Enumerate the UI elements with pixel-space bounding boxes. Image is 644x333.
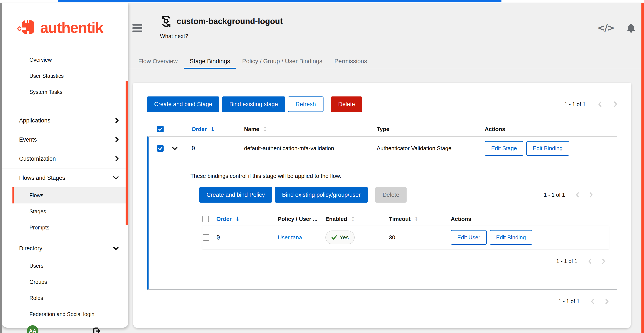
chevron-down-icon: [113, 176, 119, 180]
select-all-policies-checkbox[interactable]: [202, 216, 209, 222]
policy-toolbar: Create and bind Policy Bind existing pol…: [199, 187, 604, 203]
stage-toolbar: Create and bind Stage Bind existing stag…: [147, 97, 618, 112]
sidebar-item-groups[interactable]: Groups: [2, 274, 128, 290]
row-checkbox[interactable]: [203, 234, 209, 241]
sidebar-group-directory-toggle[interactable]: Directory: [2, 239, 128, 258]
window-top-strip: [0, 0, 644, 3]
edit-binding-button[interactable]: Edit Binding: [526, 141, 569, 156]
page-subtitle: What next?: [160, 33, 188, 40]
sidebar-group-applications-toggle[interactable]: Applications: [2, 111, 128, 130]
delete-stage-button[interactable]: Delete: [331, 97, 362, 112]
edit-stage-button[interactable]: Edit Stage: [485, 141, 523, 156]
sidebar-group-events-toggle[interactable]: Events: [2, 130, 128, 149]
sort-icon: ↕: [263, 126, 268, 132]
sidebar-group-directory: Directory Users Groups Roles Federation …: [2, 239, 128, 325]
pagination-label: 1 - 1 of 1: [558, 298, 580, 304]
sidebar-toggle-button[interactable]: [132, 24, 142, 32]
page-header: custom-background-logout What next? </>: [128, 3, 642, 54]
policy-order-value: 0: [216, 234, 278, 241]
pagination-label: 1 - 1 of 1: [556, 258, 578, 264]
sidebar-group-customization-toggle[interactable]: Customization: [2, 149, 128, 168]
sidebar-group-flows-and-stages-toggle[interactable]: Flows and Stages: [2, 168, 128, 187]
stage-bindings-card: Create and bind Stage Bind existing stag…: [133, 83, 631, 328]
sidebar-scrollbar-thumb[interactable]: [126, 81, 128, 225]
delete-policy-button[interactable]: Delete: [375, 187, 406, 203]
sidebar-item-flows[interactable]: Flows: [12, 187, 128, 203]
refresh-button[interactable]: Refresh: [288, 97, 324, 112]
column-actions: Actions: [451, 216, 609, 222]
pagination-label: 1 - 1 of 1: [544, 192, 565, 198]
pagination-next-button[interactable]: [590, 192, 593, 198]
sidebar-item-overview[interactable]: Overview: [2, 52, 128, 68]
stage-binding-expansion: These bindings control if this stage wil…: [148, 160, 618, 289]
avatar[interactable]: AA: [27, 325, 38, 333]
column-order[interactable]: Order↓: [192, 126, 244, 133]
row-expand-toggle[interactable]: [172, 147, 192, 150]
flow-icon: [160, 15, 172, 28]
create-and-bind-stage-button[interactable]: Create and bind Stage: [147, 97, 220, 112]
stage-type-value: Authenticator Validation Stage: [377, 145, 485, 152]
notification-bell-icon[interactable]: [626, 23, 636, 33]
brand-name: authentik: [40, 20, 103, 35]
authentik-key-icon: [18, 20, 38, 36]
sidebar-item-federation[interactable]: Federation and Social login: [2, 306, 128, 322]
sidebar-group-flows-and-stages: Flows and Stages Flows Stages Prompts: [2, 168, 128, 239]
logout-button[interactable]: [92, 326, 101, 333]
right-scrollbar[interactable]: [642, 3, 644, 333]
check-icon: [158, 127, 162, 131]
sidebar-item-stages[interactable]: Stages: [2, 203, 128, 220]
tab-permissions[interactable]: Permissions: [328, 54, 373, 69]
timeout-value: 30: [389, 234, 451, 241]
pagination-next-button[interactable]: [602, 258, 605, 264]
column-timeout[interactable]: Timeout↕: [389, 216, 451, 222]
selected-stage-binding: 0 default-authentication-mfa-validation …: [147, 136, 618, 290]
pagination-prev-button[interactable]: [598, 101, 602, 107]
sidebar-group-applications: Applications: [2, 111, 128, 130]
edit-user-button[interactable]: Edit User: [451, 230, 487, 245]
stage-name-value: default-authentication-mfa-validation: [244, 145, 377, 152]
sidebar-item-users[interactable]: Users: [2, 258, 128, 274]
pagination-prev-button[interactable]: [588, 258, 592, 264]
tab-policy-group-user-bindings[interactable]: Policy / Group / User Bindings: [236, 54, 328, 69]
tab-bar: Flow Overview Stage Bindings Policy / Gr…: [128, 54, 642, 69]
stage-order-value: 0: [192, 145, 244, 152]
sidebar-group-customization: Customization: [2, 149, 128, 168]
pagination-next-button[interactable]: [605, 298, 609, 304]
policy-bindings-table: Order↓ Policy / User ... Enabled↕ Timeou…: [202, 212, 609, 264]
bind-existing-stage-button[interactable]: Bind existing stage: [222, 97, 285, 112]
column-order[interactable]: Order↓: [216, 215, 278, 223]
pagination-next-button[interactable]: [614, 101, 618, 107]
sidebar-item-prompts[interactable]: Prompts: [2, 220, 128, 236]
bind-existing-policy-button[interactable]: Bind existing policy/group/user: [275, 187, 368, 203]
edit-binding-button[interactable]: Edit Binding: [490, 230, 532, 245]
sidebar-item-roles[interactable]: Roles: [2, 290, 128, 306]
sidebar-item-system-tasks[interactable]: System Tasks: [2, 84, 128, 100]
sidebar: authentik Overview User Statistics Syste…: [2, 3, 128, 328]
create-and-bind-policy-button[interactable]: Create and bind Policy: [199, 187, 272, 203]
chevron-left-icon: [588, 258, 592, 264]
column-policy-user: Policy / User ...: [278, 216, 326, 222]
pagination-prev-button[interactable]: [576, 192, 579, 198]
chevron-down-icon: [172, 147, 178, 150]
column-name[interactable]: Name↕: [244, 126, 377, 133]
pagination-prev-button[interactable]: [591, 298, 594, 304]
policy-binding-row[interactable]: 0 User tana Yes 30 Edit User Edit Bindin…: [202, 226, 609, 249]
sidebar-item-user-statistics[interactable]: User Statistics: [2, 68, 128, 84]
column-enabled[interactable]: Enabled↕: [326, 216, 389, 222]
select-all-checkbox[interactable]: [157, 126, 164, 132]
loading-progress-bar: [58, 0, 502, 2]
chevron-right-icon: [115, 118, 119, 124]
page-title: custom-background-logout: [177, 17, 283, 26]
api-code-icon[interactable]: </>: [598, 23, 614, 33]
row-checkbox[interactable]: [157, 145, 164, 152]
chevron-left-icon: [598, 101, 602, 107]
tab-stage-bindings[interactable]: Stage Bindings: [184, 54, 236, 69]
stage-binding-row[interactable]: 0 default-authentication-mfa-validation …: [148, 137, 618, 160]
column-type: Type: [377, 126, 485, 133]
tab-flow-overview[interactable]: Flow Overview: [132, 54, 184, 69]
chevron-right-icon: [605, 298, 609, 304]
stage-pagination-bottom: 1 - 1 of 1: [147, 298, 618, 304]
sort-icon: ↕: [350, 216, 355, 222]
user-link[interactable]: User tana: [278, 234, 326, 241]
left-scrollbar[interactable]: [0, 3, 2, 333]
